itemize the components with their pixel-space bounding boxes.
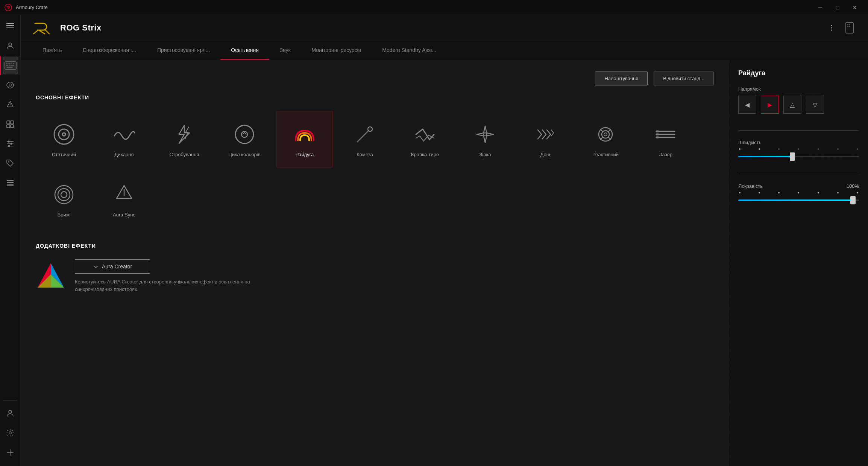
tab-shortcuts[interactable]: Пристосовувані ярл... <box>147 41 220 60</box>
sidebar-item-settings[interactable] <box>0 423 20 443</box>
svg-rect-10 <box>7 67 13 68</box>
sliders-icon <box>6 139 15 148</box>
list-icon <box>6 178 15 187</box>
sidebar-item-device[interactable] <box>0 56 20 75</box>
sidebar-item-scenarios[interactable] <box>0 114 20 134</box>
rainbow-label: Райдуга <box>296 152 314 157</box>
content-area: Налаштування Відновити станд... ОСНОВНІ … <box>21 60 868 466</box>
header-more-btn[interactable] <box>824 21 839 35</box>
svg-rect-16 <box>7 125 10 128</box>
effect-breathing[interactable]: Дихання <box>96 111 152 168</box>
svg-rect-39 <box>849 26 850 27</box>
tab-standby[interactable]: Modern Standby Assi... <box>372 41 447 60</box>
tab-monitoring[interactable]: Моніторинг ресурсів <box>301 41 372 60</box>
svg-rect-26 <box>7 182 14 183</box>
close-button[interactable]: ✕ <box>846 0 863 15</box>
sidebar-item-profile[interactable] <box>0 36 20 56</box>
effect-rain[interactable]: Дощ <box>517 111 574 168</box>
sidebar-item-rog[interactable] <box>0 75 20 95</box>
effect-star[interactable]: Зірка <box>457 111 513 168</box>
additional-effects-section: Додаткові ефекти <box>36 243 714 293</box>
speed-dot-5 <box>818 148 819 150</box>
effect-comet[interactable]: Комета <box>337 111 393 168</box>
svg-point-28 <box>9 410 12 413</box>
breathing-icon <box>111 122 137 147</box>
svg-rect-8 <box>9 65 11 66</box>
hamburger-menu[interactable] <box>3 19 18 32</box>
static-label: Статичний <box>52 152 76 157</box>
effect-aura-sync[interactable]: Aura Sync <box>96 171 152 228</box>
app-container: ROG Strix <box>0 15 868 466</box>
tab-memory[interactable]: Пам'ять <box>32 41 72 60</box>
comet-icon <box>352 122 378 147</box>
aura-icon <box>6 100 15 109</box>
effect-reactive[interactable]: Реактивний <box>577 111 634 168</box>
brightness-dot-2 <box>759 192 760 193</box>
sidebar-bottom <box>0 397 20 466</box>
svg-point-41 <box>59 129 69 140</box>
svg-point-24 <box>8 161 9 163</box>
svg-point-32 <box>831 25 832 26</box>
keyboard-icon <box>5 61 17 70</box>
restore-button[interactable]: Відновити станд... <box>654 72 714 85</box>
brightness-dot-1 <box>739 192 741 193</box>
aura-creator-button[interactable]: Aura Creator <box>75 259 150 274</box>
svg-point-22 <box>11 143 12 145</box>
aura-creator-right: Aura Creator Користуйтесь AURA Creator д… <box>75 259 255 293</box>
brightness-dots <box>738 192 859 193</box>
brightness-slider-thumb <box>850 196 856 204</box>
svg-rect-36 <box>847 24 848 25</box>
brightness-slider-fill <box>738 199 853 201</box>
person-icon <box>6 42 14 50</box>
brightness-slider-track[interactable] <box>738 199 859 201</box>
settings-button[interactable]: Налаштування <box>595 72 648 85</box>
sidebar-item-aura[interactable] <box>0 95 20 114</box>
speed-slider-track[interactable] <box>738 156 859 157</box>
direction-right-btn[interactable]: ▶ <box>761 96 779 114</box>
svg-rect-6 <box>13 63 14 64</box>
header-right <box>824 21 857 35</box>
header-device-btn[interactable] <box>842 21 857 35</box>
sidebar-item-tag[interactable] <box>0 154 20 173</box>
titlebar-controls: ─ □ ✕ <box>812 0 863 15</box>
svg-rect-5 <box>11 63 12 64</box>
panel-title: Райдуга <box>738 69 859 77</box>
direction-down-btn[interactable]: ▽ <box>806 96 824 114</box>
effect-static[interactable]: Статичний <box>36 111 92 168</box>
effect-ripple[interactable]: Брижі <box>36 171 92 228</box>
direction-row: ◀ ▶ △ ▽ <box>738 96 859 114</box>
effect-color-cycle[interactable]: Цикл кольорів <box>216 111 273 168</box>
sidebar-item-list[interactable] <box>0 173 20 193</box>
effect-rainbow[interactable]: Райдуга <box>276 111 333 168</box>
static-icon <box>51 122 77 147</box>
tab-lighting[interactable]: Освітлення <box>220 41 269 60</box>
sidebar-item-sliders[interactable] <box>0 134 20 154</box>
aura-creator-logo <box>36 261 66 291</box>
speed-dot-6 <box>837 148 839 150</box>
svg-rect-38 <box>847 26 848 27</box>
svg-point-42 <box>62 133 65 136</box>
effect-strobing[interactable]: Стробування <box>156 111 212 168</box>
direction-left-btn[interactable]: ◀ <box>738 96 756 114</box>
aura-sync-label: Aura Sync <box>113 212 135 218</box>
minimize-button[interactable]: ─ <box>812 0 829 15</box>
rog-icon <box>5 4 12 11</box>
effect-dash[interactable]: Крапка-тире <box>397 111 453 168</box>
sidebar-item-add[interactable] <box>0 443 20 462</box>
effects-grid: Статичний Дихання <box>36 111 714 228</box>
dash-label: Крапка-тире <box>411 152 439 157</box>
brightness-dot-4 <box>798 192 799 193</box>
direction-up-btn[interactable]: △ <box>783 96 801 114</box>
hamburger-line-1 <box>6 23 14 24</box>
tab-power[interactable]: Енергозбереження г... <box>72 41 147 60</box>
sidebar-item-user[interactable] <box>0 404 20 423</box>
effect-laser[interactable]: Лазер <box>637 111 694 168</box>
color-cycle-label: Цикл кольорів <box>228 152 260 157</box>
maximize-button[interactable]: □ <box>829 0 846 15</box>
svg-rect-14 <box>7 121 10 124</box>
speed-dot-4 <box>798 148 799 150</box>
tab-sound[interactable]: Звук <box>269 41 301 60</box>
svg-rect-15 <box>11 121 14 124</box>
basic-effects-title: ОСНОВНІ ЕФЕКТИ <box>36 94 714 101</box>
speed-label-row: Швидкість <box>738 140 859 145</box>
